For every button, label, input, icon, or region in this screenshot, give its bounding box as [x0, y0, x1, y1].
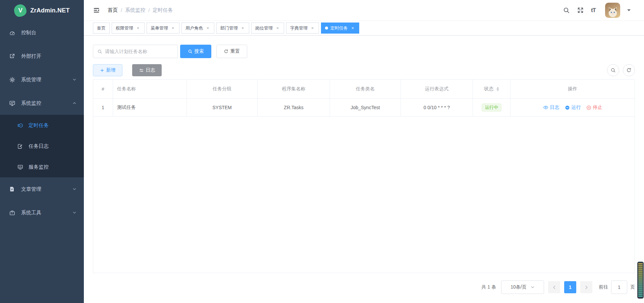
sidebar-item-label: 系统监控: [21, 100, 41, 106]
cell-task-name: 测试任务: [113, 99, 187, 116]
select-arrow-icon: [531, 285, 535, 289]
sidebar-item-system-monitor[interactable]: 系统监控: [0, 91, 84, 115]
sidebar-item-external-open[interactable]: 外部打开: [0, 44, 84, 68]
sort-descending-icon[interactable]: [496, 89, 499, 92]
tab-label: 用户角色: [185, 25, 203, 31]
tab-user-role[interactable]: 用户角色 ×: [181, 23, 214, 34]
row-stop-link[interactable]: 停止: [586, 104, 602, 111]
toolbox-icon: [8, 209, 16, 216]
column-header-cron: 运行表达式: [401, 80, 473, 98]
sidebar-item-label: 文章管理: [21, 186, 41, 192]
task-name-input[interactable]: [105, 49, 173, 54]
avatar[interactable]: [605, 3, 620, 18]
app-logo-icon: V: [14, 4, 26, 17]
column-header-task-name: 任务名称: [113, 80, 187, 98]
sidebar-menu: 控制台 外部打开 系统管理 系统监控: [0, 21, 84, 224]
add-button-label: 新增: [106, 67, 116, 73]
sidebar: V ZrAdmin.NET 控制台 外部打开 系统管理: [0, 0, 84, 303]
close-icon[interactable]: ×: [240, 26, 245, 31]
fullscreen-icon[interactable]: [577, 7, 584, 14]
log-button-label: 日志: [146, 67, 155, 73]
audio-level-indicator: [637, 262, 644, 299]
sidebar-item-task-logs[interactable]: 任务日志: [0, 136, 84, 157]
tab-scheduled-tasks[interactable]: 定时任务 ×: [321, 23, 359, 34]
log-button[interactable]: 日志: [132, 64, 162, 76]
tab-permission[interactable]: 权限管理 ×: [112, 23, 145, 34]
tab-home[interactable]: 首页: [93, 23, 110, 34]
page-size-select[interactable]: 10条/页: [501, 280, 544, 294]
cell-cron: 0 0/10 * * * ?: [401, 99, 473, 116]
tab-menu-management[interactable]: 菜单管理 ×: [147, 23, 179, 34]
close-icon[interactable]: ×: [136, 26, 141, 31]
chevron-down-icon: [72, 211, 76, 215]
page-size-value: 10条/页: [511, 284, 526, 290]
prev-page-button[interactable]: [548, 281, 560, 293]
search-form: 搜索 重置: [93, 45, 635, 58]
breadcrumb-separator: /: [121, 7, 122, 13]
app-logo-area[interactable]: V ZrAdmin.NET: [0, 0, 84, 21]
cell-index: 1: [93, 99, 113, 116]
cell-actions: 日志 运行 停止: [511, 99, 635, 116]
row-log-link[interactable]: 日志: [543, 104, 559, 111]
collapse-sidebar-icon[interactable]: [93, 7, 100, 14]
row-run-label: 运行: [572, 104, 581, 111]
column-header-assembly: 程序集名称: [258, 80, 330, 98]
search-icon[interactable]: [563, 7, 570, 14]
sidebar-item-label: 外部打开: [21, 53, 41, 59]
toggle-search-button[interactable]: [607, 64, 619, 76]
sidebar-item-label: 系统管理: [21, 77, 41, 83]
tab-label: 权限管理: [116, 25, 133, 31]
column-header-status-label: 状态: [484, 86, 493, 92]
close-icon[interactable]: ×: [275, 26, 280, 31]
sidebar-item-article-management[interactable]: 文章管理: [0, 177, 84, 201]
reset-button-label: 重置: [230, 48, 240, 54]
tab-post[interactable]: 岗位管理 ×: [251, 23, 284, 34]
sidebar-item-system-tools[interactable]: 系统工具: [0, 201, 84, 224]
search-icon: [97, 49, 102, 54]
search-button[interactable]: 搜索: [180, 45, 211, 58]
reset-button[interactable]: 重置: [216, 45, 247, 58]
cell-task-group: SYSTEM: [187, 99, 258, 116]
sidebar-item-dashboard[interactable]: 控制台: [0, 21, 84, 44]
goto-page-input[interactable]: [611, 280, 627, 294]
column-header-status[interactable]: 状态: [473, 80, 511, 98]
next-page-button[interactable]: [580, 281, 592, 293]
chevron-down-icon: [72, 78, 76, 82]
table-header-row: # 任务名称 任务分组 程序集名称 任务类名 运行表达式 状态 操作: [93, 80, 635, 99]
tab-label: 定时任务: [330, 25, 348, 31]
font-size-icon[interactable]: tT: [591, 7, 596, 14]
sidebar-item-label: 系统工具: [21, 210, 41, 216]
tab-label: 首页: [97, 25, 106, 31]
goto-unit-label: 页: [630, 284, 635, 290]
navbar-actions: tT: [563, 3, 631, 18]
sort-ascending-icon[interactable]: [496, 86, 499, 89]
sidebar-item-scheduled-tasks[interactable]: 定时任务: [0, 115, 84, 136]
close-icon[interactable]: ×: [170, 26, 175, 31]
table-empty-space: [93, 117, 635, 273]
chevron-left-icon: [552, 285, 556, 290]
pagination: 共 1 条 10条/页 1 前往 页: [93, 280, 635, 294]
page-number-button[interactable]: 1: [564, 281, 576, 293]
caret-down-icon[interactable]: [627, 9, 631, 13]
app-title: ZrAdmin.NET: [30, 7, 69, 14]
dashboard-icon: [8, 29, 16, 36]
tab-label: 岗位管理: [255, 25, 273, 31]
sidebar-item-service-monitor[interactable]: 服务监控: [0, 157, 84, 177]
timer-icon: [16, 122, 24, 129]
sidebar-item-system-management[interactable]: 系统管理: [0, 68, 84, 91]
sidebar-item-label: 任务日志: [29, 143, 49, 149]
refresh-table-button[interactable]: [623, 64, 635, 76]
breadcrumb-home[interactable]: 首页: [108, 7, 118, 13]
add-button[interactable]: 新增: [93, 64, 122, 76]
sort-caret-icon[interactable]: [496, 86, 499, 92]
row-run-link[interactable]: 运行: [565, 104, 581, 111]
sidebar-submenu-system-monitor: 定时任务 任务日志 服务监控: [0, 115, 84, 177]
tab-department[interactable]: 部门管理 ×: [216, 23, 249, 34]
table-toolbar: 新增 日志: [93, 64, 635, 76]
document-icon: [8, 186, 16, 192]
close-icon[interactable]: ×: [350, 26, 355, 31]
close-icon[interactable]: ×: [205, 26, 210, 31]
tab-dictionary[interactable]: 字典管理 ×: [286, 23, 319, 34]
sidebar-item-label: 服务监控: [29, 164, 49, 170]
close-icon[interactable]: ×: [310, 26, 315, 31]
